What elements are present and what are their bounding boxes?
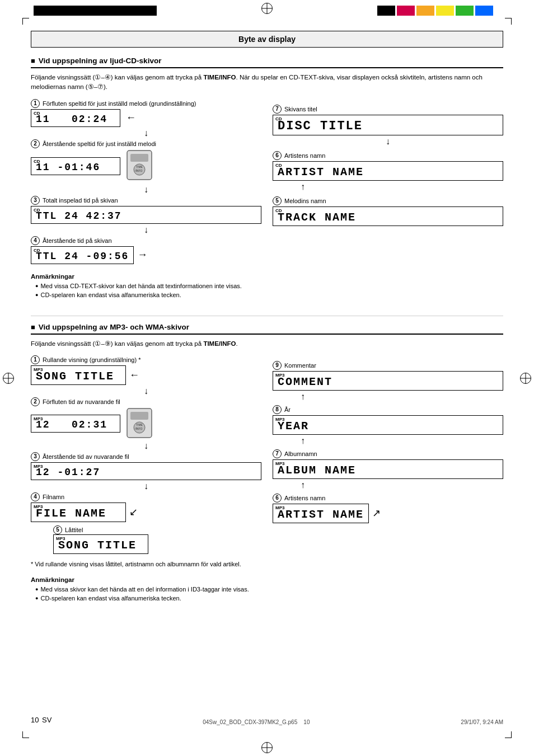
step7-lcd-label: CD [275,116,282,121]
arrow-up-8: ↑ [301,436,503,446]
section-title-box: Byte av display [31,31,503,48]
section2-left: 1 Rullande visning (grundinställning) * … [31,355,261,554]
section2-diagram: 1 Rullande visning (grundinställning) * … [31,355,503,554]
section2-notes: Anmärkningar Med vissa skivor kan det hä… [31,576,503,603]
s2-step2-label: 2 Förfluten tid av nuvarande fil [31,397,261,406]
step3-lcd: CD TTL 24 42:37 [31,206,261,224]
step6-text: Artistens namn [284,152,325,159]
section1-diagram: 1 Förfluten speltid för just inställd me… [31,99,503,264]
s2-step7-num: 7 [273,449,282,458]
s2-step4-display-row: MP3 FILE NAME ↙ [31,503,261,522]
step4-lcd-label: CD [34,248,40,253]
step4-lcd: CD TTL 24 -09:56 [31,246,134,264]
s2-step2-lcd-label: MP3 [34,416,43,421]
step7-num: 7 [273,105,282,114]
section2-step1: 1 Rullande visning (grundinställning) * … [31,355,261,396]
section1-note-1: Med vissa CD-TEXT-skivor kan det hända a… [35,281,503,291]
section1-notes-title: Anmärkningar [31,273,503,280]
top-bar-right [377,6,500,16]
s2-step8-lcd: MP3 YEAR [273,415,503,435]
arrow-up-6: ↑ [301,182,503,192]
svg-rect-1 [130,154,148,162]
section1-intro: Följande visningssätt (①–④) kan väljas g… [31,73,503,92]
s2-step3-label: 3 Återstående tid av nuvarande fil [31,452,261,461]
s2-step8-num: 8 [273,405,282,414]
step6-lcd-label: CD [275,163,282,168]
main-content: Byte av display Vid uppspelning av ljud-… [31,31,503,725]
section2-intro: Följande visningssätt (①–⑨) kan väljas g… [31,339,503,349]
s2-step1-text: Rullande visning (grundinställning) * [43,356,141,363]
s2-step6-display-row: MP3 ARTIST NAME ↗ [273,504,503,523]
section2-heading: Vid uppspelning av MP3- och WMA-skivor [31,323,503,335]
s2-step7-lcd-content: ALBUM NAME [278,464,498,477]
section1-step5: 5 Melodins namn CD TRACK NAME [273,196,503,226]
reg-block-1 [377,6,395,16]
s2-arrow-down-1: ↓ [31,387,261,396]
s2-step6-label: 6 Artistens namn [273,494,503,503]
step7-lcd-content: DISC TITLE [278,119,498,133]
s2-step1-lcd-label: MP3 [34,367,43,372]
arrow-down-1: ↓ [31,129,261,138]
reg-block-5 [456,6,474,16]
section1-heading: Vid uppspelning av ljud-CD-skivor [31,57,503,68]
section2-note-1: Med vissa skivor kan det hända att en de… [35,585,503,594]
step2-text: Återstående speltid för just inställd me… [43,140,156,147]
corner-tr [505,18,512,25]
s2-step4-lcd: MP3 FILE NAME [31,503,126,522]
section1-note-2: CD-spelaren kan endast visa alfanumerisk… [35,290,503,300]
section2-heading-text: Vid uppspelning av MP3- och WMA-skivor [39,323,189,331]
footer-file: 04Sw_02_BOD_CDX-397MK2_G.p65 10 [203,719,310,725]
corner-tl [22,18,29,25]
s2-step5-lcd-content: SONG TITLE [58,539,143,552]
s2-step4-num: 4 [31,492,40,501]
step5-lcd: CD TRACK NAME [273,206,503,226]
section1-step1: 1 Förfluten speltid för just inställd me… [31,99,261,138]
section1-step3: 3 Totalt inspelad tid på skivan CD TTL 2… [31,196,261,235]
s2-step2-text: Förfluten tid av nuvarande fil [43,398,120,405]
s2-arrow-down-3: ↓ [31,482,261,491]
arrow-up-9: ↑ [301,392,503,402]
page-number: 10 SV [31,712,51,725]
arrow-ne-6: ↗ [372,507,381,519]
s2-step4-lcd-label: MP3 [34,504,43,509]
page-suffix: SV [42,716,51,724]
section2-notes-title: Anmärkningar [31,576,503,583]
s2-step5-num: 5 [53,525,62,534]
s2-step3-lcd-content: 12 -01:27 [36,467,256,478]
s2-step8-label: 8 År [273,405,503,414]
s2-step6-text: Artistens namn [284,495,325,501]
s2-step1-label: 1 Rullande visning (grundinställning) * [31,355,261,364]
corner-br [505,731,512,738]
crosshair-bottom [261,742,273,753]
s2-step7-text: Albumnamn [284,450,317,457]
section-divider [31,316,503,316]
section2-step8: 8 År MP3 YEAR ↑ [273,405,503,446]
s2-step2-lcd-content: 12 02:31 [36,419,115,430]
page-title: Byte av display [238,35,296,44]
step7-lcd: CD DISC TITLE [273,115,503,135]
section1-step2: 2 Återstående speltid för just inställd … [31,139,261,195]
corner-bl [22,731,29,738]
asterisk-note: * Vid rullande visning visas låttitel, a… [31,561,503,567]
arrow-up-7: ↑ [301,480,503,490]
s2-step1-lcd-content: SONG TITLE [36,370,121,383]
crosshair-top [261,3,273,14]
section1-step4: 4 Återstående tid på skivan CD TTL 24 -0… [31,236,261,264]
section2-step3: 3 Återstående tid av nuvarande fil MP3 1… [31,452,261,491]
s2-step1-display-row: MP3 SONG TITLE ← [31,365,261,385]
s2-step1-lcd: MP3 SONG TITLE [31,365,126,385]
crosshair-left [3,373,14,384]
s2-step1-num: 1 [31,355,40,364]
s2-step8-text: År [284,406,291,413]
step1-lcd-label: CD [34,111,40,116]
section2-step5: 5 Låttitel MP3 SONG TITLE [31,525,261,554]
step6-num: 6 [273,151,282,160]
reg-block-6 [475,6,493,16]
svg-text:/INFO: /INFO [135,427,142,430]
s2-step6-lcd-content: ARTIST NAME [278,508,364,521]
s2-step9-num: 9 [273,361,282,370]
section1-step7: 7 Skivans titel CD DISC TITLE ↓ [273,105,503,147]
section2-step9: 9 Kommentar MP3 COMMENT ↑ [273,361,503,402]
s2-step5-label: 5 Låttitel [53,525,261,534]
arrow-down-7: ↓ [273,137,503,146]
